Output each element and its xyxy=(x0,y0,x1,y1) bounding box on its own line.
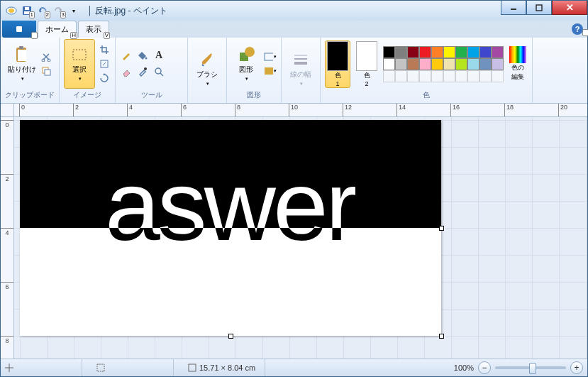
palette-swatch[interactable] xyxy=(431,58,443,70)
group-clipboard-label: クリップボード xyxy=(5,89,55,102)
color1-button[interactable]: 色 1 xyxy=(325,40,350,88)
palette-swatch[interactable] xyxy=(383,70,395,82)
app-window: 1 2 3 ▾ │ 反転.jpg - ペイント ✕ F ホームH 表示V ?Y … xyxy=(0,0,588,377)
palette-swatch[interactable] xyxy=(479,70,492,82)
palette-swatch[interactable] xyxy=(383,46,395,58)
palette-swatch[interactable] xyxy=(479,46,492,58)
palette-swatch[interactable] xyxy=(467,70,479,82)
palette-swatch[interactable] xyxy=(407,46,419,58)
palette-swatch[interactable] xyxy=(443,46,455,58)
palette-swatch[interactable] xyxy=(395,46,407,58)
app-menu-icon[interactable] xyxy=(5,4,18,17)
palette-swatch[interactable] xyxy=(419,58,431,70)
resize-handle[interactable] xyxy=(439,226,444,231)
zoom-out-button[interactable]: − xyxy=(478,361,491,374)
palette-swatch[interactable] xyxy=(407,70,419,82)
shapes-button[interactable]: 図形▾ xyxy=(231,40,261,88)
qat-undo-icon[interactable]: 2 xyxy=(36,4,49,17)
resize-handle[interactable] xyxy=(439,334,444,339)
palette-swatch[interactable] xyxy=(419,70,431,82)
palette-swatch[interactable] xyxy=(443,70,455,82)
rainbow-icon xyxy=(509,46,526,63)
palette-swatch[interactable] xyxy=(407,58,419,70)
palette-swatch[interactable] xyxy=(492,46,504,58)
canvas[interactable]: aswer xyxy=(20,120,441,336)
shapes-icon xyxy=(238,46,255,63)
resize-handle[interactable] xyxy=(228,334,233,339)
palette-swatch[interactable] xyxy=(419,46,431,58)
selection-icon xyxy=(96,364,105,372)
canvas-text: aswer xyxy=(105,148,355,263)
palette-swatch[interactable] xyxy=(492,70,504,82)
ruler-horizontal: 02468101214161820 xyxy=(13,104,587,117)
palette-swatch[interactable] xyxy=(455,70,467,82)
window-title: │ 反転.jpg - ペイント xyxy=(87,5,167,17)
svg-point-17 xyxy=(145,57,148,59)
svg-rect-15 xyxy=(73,50,86,60)
eraser-icon[interactable] xyxy=(120,65,133,78)
stroke-icon xyxy=(292,51,309,68)
magnifier-icon[interactable] xyxy=(152,65,165,78)
outline-icon[interactable]: ▾ xyxy=(264,50,277,63)
text-icon[interactable]: A xyxy=(152,49,165,62)
svg-rect-23 xyxy=(265,53,273,60)
svg-rect-30 xyxy=(97,364,104,371)
palette-swatch[interactable] xyxy=(455,58,467,70)
group-image-label: イメージ xyxy=(73,89,101,102)
help-button[interactable]: ?Y xyxy=(572,23,583,35)
file-tab[interactable]: F xyxy=(2,21,36,38)
cursor-pos xyxy=(5,359,82,376)
group-shapes-label: 図形 xyxy=(247,89,261,102)
palette-swatch[interactable] xyxy=(395,58,407,70)
palette-swatch[interactable] xyxy=(492,58,504,70)
close-button[interactable]: ✕ xyxy=(552,1,587,15)
palette-swatch[interactable] xyxy=(467,58,479,70)
paste-button[interactable]: 貼り付け▾ xyxy=(7,40,37,88)
workspace: 02468101214161820 02468 aswer xyxy=(1,104,587,359)
palette-swatch[interactable] xyxy=(383,58,395,70)
svg-rect-14 xyxy=(45,70,50,75)
selection-size xyxy=(96,359,174,376)
svg-rect-4 xyxy=(25,7,29,10)
tab-home[interactable]: ホームH xyxy=(38,21,77,38)
color-palette[interactable] xyxy=(383,46,504,82)
svg-rect-10 xyxy=(19,46,23,49)
select-button[interactable]: 選択▾ xyxy=(64,39,95,89)
resize-icon[interactable] xyxy=(98,58,111,70)
dims-icon xyxy=(188,364,196,372)
minimize-button[interactable] xyxy=(501,1,526,15)
palette-swatch[interactable] xyxy=(467,46,479,58)
palette-swatch[interactable] xyxy=(443,58,455,70)
fillshape-icon[interactable]: ▾ xyxy=(264,65,277,77)
qat-customize-icon[interactable]: ▾ xyxy=(67,4,80,17)
qat-save-icon[interactable]: 1 xyxy=(21,4,33,17)
svg-point-22 xyxy=(245,47,255,57)
canvas-area[interactable]: aswer xyxy=(14,117,587,359)
edit-colors-button[interactable]: 色の 編集 xyxy=(508,46,528,82)
picker-icon[interactable] xyxy=(136,65,149,78)
svg-rect-31 xyxy=(189,364,196,371)
cut-icon[interactable] xyxy=(40,50,52,63)
ribbon: 貼り付け▾ クリップボード 選択▾ イメージ A xyxy=(1,38,587,104)
color1-swatch xyxy=(327,41,348,71)
tab-view[interactable]: 表示V xyxy=(78,21,109,38)
palette-swatch[interactable] xyxy=(431,46,443,58)
color2-swatch xyxy=(356,41,377,71)
crop-icon[interactable] xyxy=(98,43,111,56)
palette-swatch[interactable] xyxy=(479,58,492,70)
ribbon-tabs: F ホームH 表示V ?Y xyxy=(1,21,587,38)
zoom-in-button[interactable]: + xyxy=(570,361,583,374)
fill-icon[interactable] xyxy=(136,49,149,62)
brushes-button[interactable]: ブラシ▾ xyxy=(192,45,222,93)
palette-swatch[interactable] xyxy=(455,46,467,58)
zoom-thumb[interactable] xyxy=(529,363,536,374)
qat-redo-icon: 3 xyxy=(52,4,65,17)
rotate-icon[interactable] xyxy=(98,72,111,84)
color2-button[interactable]: 色 2 xyxy=(355,41,379,87)
maximize-button[interactable] xyxy=(526,1,552,15)
palette-swatch[interactable] xyxy=(395,70,407,82)
copy-icon[interactable] xyxy=(40,65,52,77)
zoom-slider[interactable] xyxy=(495,366,566,369)
palette-swatch[interactable] xyxy=(431,70,443,82)
pencil-icon[interactable] xyxy=(120,49,133,62)
